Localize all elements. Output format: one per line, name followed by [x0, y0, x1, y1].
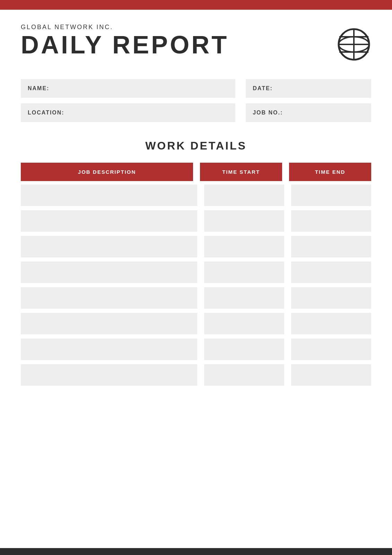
work-details-section: WORK DETAILS JOB DESCRIPTION TIME START …: [21, 139, 371, 386]
header: GLOBAL NETWORK INC. DAILY REPORT: [21, 24, 371, 62]
td-time-start-7[interactable]: [204, 339, 284, 360]
table-header: JOB DESCRIPTION TIME START TIME END: [21, 163, 371, 181]
td-time-start-8[interactable]: [204, 364, 284, 386]
td-job-1[interactable]: [21, 185, 197, 206]
td-time-end-7[interactable]: [291, 339, 371, 360]
td-job-6[interactable]: [21, 313, 197, 334]
td-job-2[interactable]: [21, 210, 197, 232]
table-row: [21, 236, 371, 257]
td-time-end-5[interactable]: [291, 287, 371, 309]
form-row-2: LOCATION: JOB NO.:: [21, 103, 371, 122]
top-bar: [0, 0, 392, 10]
td-job-4[interactable]: [21, 262, 197, 283]
col-header-time-end: TIME END: [289, 163, 371, 181]
table-row: [21, 313, 371, 334]
td-time-end-1[interactable]: [291, 185, 371, 206]
td-time-start-2[interactable]: [204, 210, 284, 232]
form-section: NAME: DATE: LOCATION: JOB NO.:: [21, 79, 371, 122]
table-row: [21, 364, 371, 386]
date-field[interactable]: DATE:: [246, 79, 371, 98]
td-time-end-3[interactable]: [291, 236, 371, 257]
table-row: [21, 185, 371, 206]
table-rows: [21, 185, 371, 386]
td-time-end-4[interactable]: [291, 262, 371, 283]
td-time-start-6[interactable]: [204, 313, 284, 334]
section-title: WORK DETAILS: [21, 139, 371, 152]
td-time-start-5[interactable]: [204, 287, 284, 309]
td-job-8[interactable]: [21, 364, 197, 386]
td-time-end-8[interactable]: [291, 364, 371, 386]
td-job-7[interactable]: [21, 339, 197, 360]
col-header-time-start: TIME START: [200, 163, 282, 181]
td-time-start-4[interactable]: [204, 262, 284, 283]
td-job-3[interactable]: [21, 236, 197, 257]
bottom-bar: [0, 548, 392, 555]
globe-icon: [337, 27, 371, 62]
td-time-end-2[interactable]: [291, 210, 371, 232]
header-left: GLOBAL NETWORK INC. DAILY REPORT: [21, 24, 229, 57]
report-title: DAILY REPORT: [21, 32, 229, 57]
table-row: [21, 262, 371, 283]
td-time-start-3[interactable]: [204, 236, 284, 257]
location-field[interactable]: LOCATION:: [21, 103, 235, 122]
table-row: [21, 339, 371, 360]
td-time-start-1[interactable]: [204, 185, 284, 206]
name-field[interactable]: NAME:: [21, 79, 235, 98]
job-no-field[interactable]: JOB NO.:: [246, 103, 371, 122]
table-row: [21, 287, 371, 309]
col-header-job-description: JOB DESCRIPTION: [21, 163, 193, 181]
td-job-5[interactable]: [21, 287, 197, 309]
td-time-end-6[interactable]: [291, 313, 371, 334]
table-row: [21, 210, 371, 232]
company-name: GLOBAL NETWORK INC.: [21, 24, 229, 31]
form-row-1: NAME: DATE:: [21, 79, 371, 98]
